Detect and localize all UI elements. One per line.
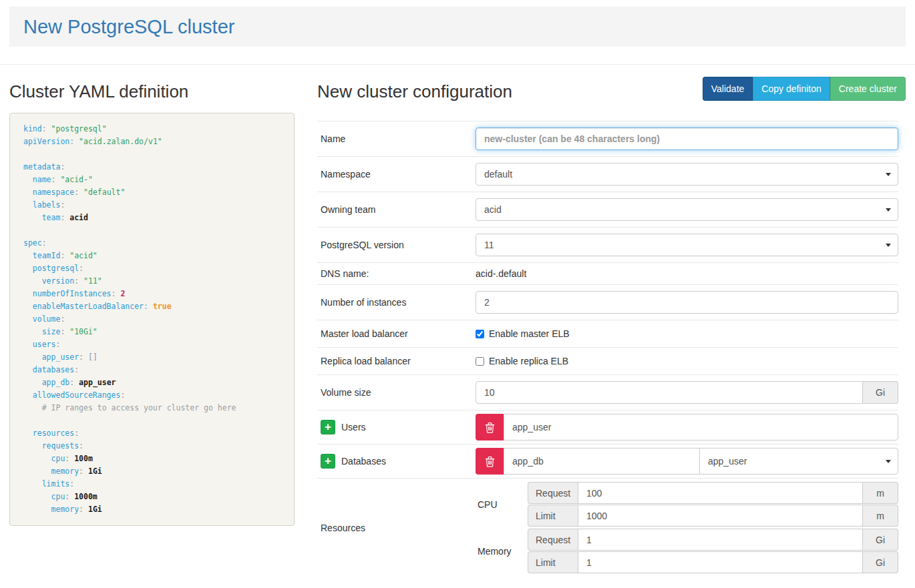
namespace-select[interactable]: default	[476, 163, 898, 186]
yaml-panel-title: Cluster YAML definition	[9, 79, 295, 103]
memory-request-line: Request Gi	[528, 529, 898, 551]
enable-replica-elb-label: Enable replica ELB	[489, 356, 568, 366]
yaml-token: :	[65, 454, 74, 463]
yaml-token: app_db	[23, 378, 69, 387]
yaml-token: :	[74, 276, 83, 286]
users-label: Users	[341, 422, 366, 432]
volume-size-label: Volume size	[317, 387, 476, 398]
instances-input[interactable]	[476, 291, 898, 314]
delete-database-button[interactable]	[476, 448, 504, 475]
owning-team-select[interactable]: acid	[476, 198, 898, 221]
yaml-token: memory	[23, 505, 79, 514]
yaml-panel: Cluster YAML definition kind: "postgresq…	[9, 65, 295, 577]
yaml-token: []	[88, 352, 98, 362]
yaml-line: requests:	[23, 440, 281, 453]
name-input[interactable]	[476, 127, 898, 150]
yaml-token: apiVersion	[23, 137, 69, 146]
action-button-group: Validate Copy definiton Create cluster	[703, 77, 906, 101]
yaml-token: allowedSourceRanges	[23, 390, 120, 400]
cpu-request-input[interactable]	[578, 482, 863, 504]
yaml-token: :	[42, 238, 47, 248]
yaml-line: enableMasterLoadBalancer: true	[23, 300, 281, 313]
memory-limit-addon: Limit	[528, 551, 578, 573]
yaml-token: "11"	[83, 276, 102, 286]
cpu-limit-input[interactable]	[578, 505, 863, 527]
memory-request-input[interactable]	[578, 529, 863, 551]
yaml-token: :	[79, 264, 83, 273]
yaml-token: 2	[120, 289, 125, 298]
yaml-token: kind	[23, 124, 42, 133]
form-row-instances: Number of instances	[317, 284, 898, 320]
yaml-line: team: acid	[23, 212, 281, 224]
validate-button[interactable]: Validate	[703, 77, 753, 101]
namespace-label: Namespace	[317, 169, 476, 180]
add-user-button[interactable]	[321, 420, 335, 434]
yaml-token: "default"	[83, 188, 125, 197]
yaml-token: version	[23, 276, 74, 286]
yaml-line	[23, 148, 281, 161]
pg-version-select-value: 11	[484, 240, 494, 250]
yaml-token: cpu	[23, 492, 65, 501]
yaml-token: :	[60, 200, 65, 210]
memory-limit-input[interactable]	[578, 551, 863, 573]
form-row-dns-name: DNS name: acid-.default	[317, 262, 898, 284]
yaml-token: postgresql	[23, 264, 79, 273]
yaml-line: memory: 1Gi	[23, 465, 281, 478]
create-cluster-button[interactable]: Create cluster	[830, 77, 906, 101]
form-row-replica-lb: Replica load balancer Enable replica ELB	[317, 347, 898, 374]
yaml-line: allowedSourceRanges:	[23, 389, 281, 402]
memory-request-unit-addon: Gi	[863, 529, 898, 551]
cpu-request-addon: Request	[528, 482, 578, 504]
yaml-token: :	[60, 314, 65, 324]
users-label-cell: Users	[317, 420, 476, 434]
yaml-line: name: "acid-"	[23, 174, 281, 186]
config-panel: New cluster configuration Validate Copy …	[317, 65, 906, 577]
yaml-token: name	[23, 175, 51, 184]
namespace-select-value: default	[484, 169, 512, 180]
yaml-token: app_user	[79, 378, 116, 387]
yaml-line: kind: "postgresql"	[23, 123, 281, 135]
yaml-line: app_db: app_user	[23, 376, 281, 389]
yaml-line: limits:	[23, 478, 281, 491]
form-row-namespace: Namespace default	[317, 156, 898, 192]
yaml-token: 100m	[74, 454, 93, 463]
owning-team-select-value: acid	[484, 204, 502, 215]
enable-master-elb-checkbox[interactable]	[476, 330, 484, 338]
yaml-token: :	[74, 365, 79, 374]
database-owner-select[interactable]: app_user	[699, 448, 898, 475]
copy-definition-button[interactable]: Copy definiton	[753, 77, 830, 101]
cpu-request-unit-addon: m	[863, 482, 898, 504]
add-database-button[interactable]	[321, 454, 335, 469]
memory-request-addon: Request	[528, 529, 578, 551]
form-row-resources: Resources CPU Request m	[317, 478, 898, 577]
master-lb-label: Master load balancer	[317, 328, 476, 339]
enable-replica-elb-checkbox[interactable]	[476, 357, 484, 366]
databases-label-cell: Databases	[317, 454, 476, 469]
form-row-pg-version: PostgreSQL version 11	[317, 227, 898, 262]
cpu-group-label: CPU	[476, 499, 528, 510]
yaml-token: :	[79, 467, 88, 476]
yaml-code: kind: "postgresql"apiVersion: "acid.zala…	[9, 113, 295, 526]
form-row-name: Name	[317, 121, 898, 156]
yaml-token: "postgresql"	[51, 124, 107, 133]
yaml-token: :	[74, 428, 79, 438]
yaml-token: "10Gi"	[69, 327, 98, 336]
cluster-form: Name Namespace default Owning	[317, 121, 906, 577]
chevron-down-icon	[886, 208, 891, 212]
enable-master-elb-label: Enable master ELB	[489, 328, 570, 339]
yaml-line: apiVersion: "acid.zalan.do/v1"	[23, 135, 281, 148]
database-name-input[interactable]	[504, 448, 700, 475]
config-panel-title: New cluster configuration	[317, 79, 512, 103]
user-name-input[interactable]	[504, 414, 898, 440]
volume-size-input[interactable]	[476, 381, 863, 404]
main-content: Cluster YAML definition kind: "postgresq…	[0, 65, 915, 577]
chevron-down-icon	[886, 173, 891, 176]
yaml-token: acid	[69, 213, 88, 222]
yaml-token: :	[42, 124, 51, 133]
delete-user-button[interactable]	[476, 414, 504, 440]
chevron-down-icon	[886, 460, 891, 463]
yaml-line: postgresql:	[23, 262, 281, 275]
yaml-token: 1Gi	[88, 505, 102, 514]
pg-version-select[interactable]: 11	[476, 234, 898, 256]
yaml-token: :	[144, 302, 153, 311]
